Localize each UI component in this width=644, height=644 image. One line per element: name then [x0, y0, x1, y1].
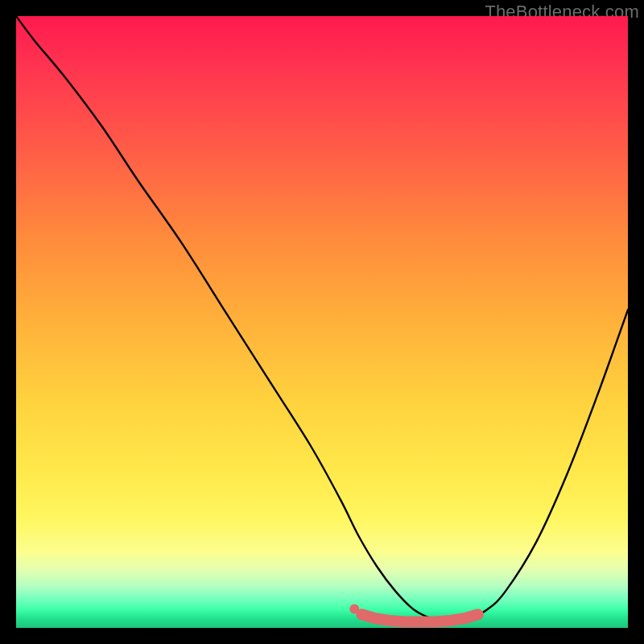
bottleneck-curve: [16, 16, 628, 621]
chart-svg: [16, 16, 628, 628]
chart-frame: [16, 16, 628, 628]
flat-bottom-markers: [349, 604, 478, 621]
marker-band: [361, 614, 477, 621]
marker-dot: [349, 604, 359, 613]
